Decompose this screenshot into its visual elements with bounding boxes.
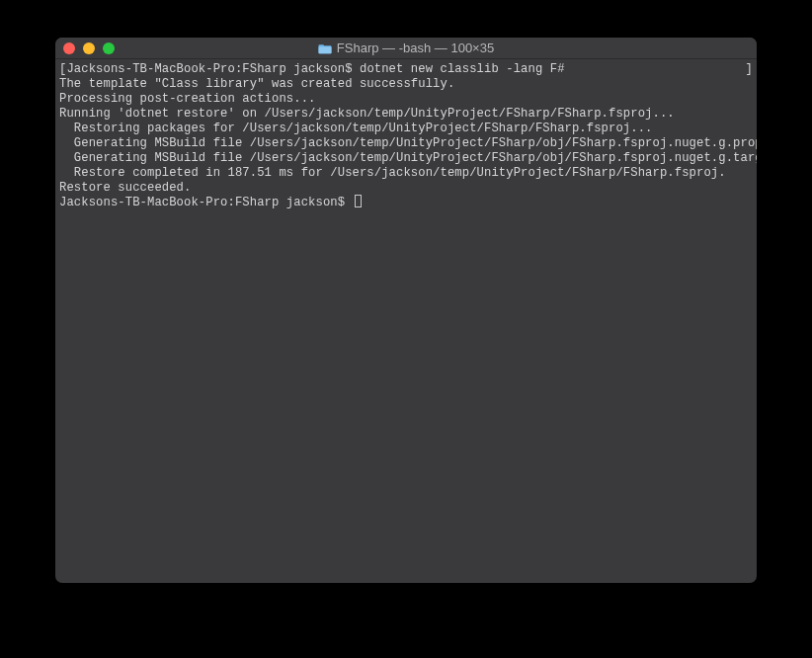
prompt-line-2: Jacksons-TB-MacBook-Pro:FSharp jackson$ — [59, 196, 753, 210]
cursor — [355, 195, 362, 207]
titlebar[interactable]: FSharp — -bash — 100×35 — [55, 38, 757, 59]
command-text: dotnet new classlib -lang F# — [360, 62, 565, 77]
output-line: Restore succeeded. — [59, 181, 753, 196]
prompt-prefix: Jacksons-TB-MacBook-Pro:FSharp jackson$ — [59, 196, 353, 209]
output-line: Restore completed in 187.51 ms for /User… — [59, 166, 753, 181]
output-line: The template "Class library" was created… — [59, 77, 753, 92]
output-line: Generating MSBuild file /Users/jackson/t… — [59, 136, 753, 151]
output-line: Processing post-creation actions... — [59, 92, 753, 107]
window-controls — [63, 42, 115, 54]
output-line: Running 'dotnet restore' on /Users/jacks… — [59, 107, 753, 122]
folder-icon — [318, 42, 332, 53]
output-line: Generating MSBuild file /Users/jackson/t… — [59, 151, 753, 166]
terminal-window: FSharp — -bash — 100×35 [Jacksons-TB-Mac… — [55, 38, 757, 583]
minimize-button[interactable] — [83, 42, 95, 54]
window-title-text: FSharp — -bash — 100×35 — [337, 41, 494, 55]
output-line: Restoring packages for /Users/jackson/te… — [59, 122, 753, 136]
prompt-prefix: [Jacksons-TB-MacBook-Pro:FSharp jackson$ — [59, 62, 360, 77]
terminal-body[interactable]: [Jacksons-TB-MacBook-Pro:FSharp jackson$… — [55, 59, 757, 213]
prompt-line-1: [Jacksons-TB-MacBook-Pro:FSharp jackson$… — [59, 62, 753, 77]
window-title: FSharp — -bash — 100×35 — [55, 41, 757, 55]
maximize-button[interactable] — [103, 42, 115, 54]
prompt-right-bracket: ] — [746, 62, 753, 77]
close-button[interactable] — [63, 42, 75, 54]
